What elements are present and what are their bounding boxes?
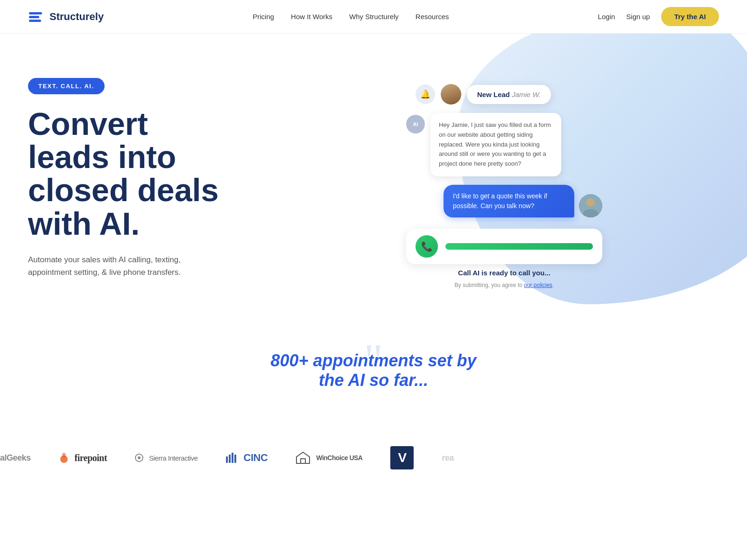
logos-row: alGeeks firepoint Sierra Interactive CIN… [0, 446, 747, 469]
logo-more: rea [442, 453, 454, 463]
stats-section: " 800+ appointments set by the AI so far… [0, 314, 747, 446]
logo-cinc: CINC [226, 452, 268, 464]
policy-link[interactable]: our policies [524, 282, 552, 288]
hero-section: TEXT. CALL. AI. Convert leads into close… [0, 34, 747, 314]
try-ai-button[interactable]: Try the AI [661, 7, 719, 26]
new-lead-row: 🔔 New Lead Jamie W. [416, 84, 602, 105]
call-progress-bar [445, 243, 593, 250]
user-avatar [579, 194, 602, 217]
call-row: 📞 [406, 229, 602, 264]
svg-rect-10 [226, 456, 228, 463]
new-lead-bubble: New Lead Jamie W. [467, 85, 551, 104]
svg-rect-11 [229, 455, 231, 463]
svg-point-9 [138, 456, 141, 459]
nav-right: Login Sign up Try the AI [598, 7, 719, 26]
svg-point-7 [62, 453, 66, 458]
svg-rect-1 [29, 16, 39, 18]
navbar: Structurely Pricing How It Works Why Str… [0, 0, 747, 34]
ai-message-bubble: Hey Jamie, I just saw you filled out a f… [430, 113, 561, 176]
signup-link[interactable]: Sign up [626, 13, 650, 21]
logo-icon [28, 8, 45, 25]
nav-links: Pricing How It Works Why Structurely Res… [253, 13, 449, 21]
svg-marker-14 [296, 452, 310, 463]
chat-ui: 🔔 New Lead Jamie W. AI Hey Jamie, I just… [406, 84, 602, 291]
hero-right: 🔔 New Lead Jamie W. AI Hey Jamie, I just… [289, 66, 719, 309]
logo-algeeks: alGeeks [0, 453, 31, 463]
bell-icon: 🔔 [416, 84, 435, 104]
nav-link-how-it-works[interactable]: How It Works [291, 13, 332, 21]
logo-text: Structurely [49, 11, 104, 23]
ai-badge: AI [406, 115, 425, 133]
call-wrapper: 📞 Call AI is ready to call you... By sub… [406, 229, 602, 288]
user-reply-row: I'd like to get a quote this week if pos… [406, 185, 602, 217]
logos-section: alGeeks firepoint Sierra Interactive CIN… [0, 446, 747, 497]
nav-link-why[interactable]: Why Structurely [349, 13, 399, 21]
lead-avatar [441, 84, 461, 105]
login-link[interactable]: Login [598, 13, 615, 21]
nav-link-resources[interactable]: Resources [416, 13, 449, 21]
svg-rect-2 [29, 20, 41, 22]
svg-rect-0 [29, 12, 42, 14]
svg-rect-12 [232, 453, 233, 463]
ai-message-row: AI Hey Jamie, I just saw you filled out … [406, 113, 602, 176]
hero-title: Convert leads into closed deals with AI. [28, 107, 289, 241]
call-status-text: Call AI is ready to call you... [458, 269, 550, 277]
policy-text: By submitting, you agree to our policies… [406, 282, 602, 288]
user-message-bubble: I'd like to get a quote this week if pos… [444, 185, 574, 217]
stats-text: 800+ appointments set by the AI so far..… [233, 351, 514, 390]
svg-point-4 [586, 198, 595, 207]
logo-vanguard: V [390, 446, 414, 469]
logo-firepoint: firepoint [59, 453, 107, 463]
logo-sierra: Sierra Interactive [135, 454, 197, 462]
hero-subtitle: Automate your sales with AI calling, tex… [28, 253, 215, 279]
nav-link-pricing[interactable]: Pricing [253, 13, 274, 21]
logo-winchoice: WinChoice USA [296, 451, 362, 464]
hero-left: TEXT. CALL. AI. Convert leads into close… [28, 78, 289, 298]
svg-rect-13 [234, 455, 236, 463]
svg-rect-15 [301, 459, 305, 463]
logo[interactable]: Structurely [28, 8, 104, 25]
hero-badge: TEXT. CALL. AI. [28, 78, 105, 94]
phone-button[interactable]: 📞 [416, 235, 438, 258]
